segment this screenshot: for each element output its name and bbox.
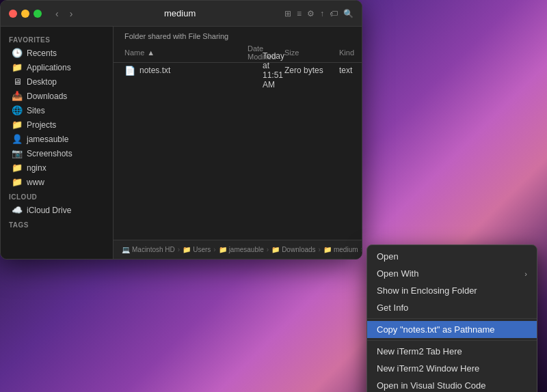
sidebar-item-desktop[interactable]: 🖥 Desktop [3,74,110,89]
column-headers: Name ▲ Date Modified Size Kind [114,43,362,63]
view-list-icon[interactable]: ≡ [297,9,302,18]
sidebar-item-icloud-drive[interactable]: ☁️ iCloud Drive [3,203,110,217]
sidebar-item-projects[interactable]: 📁 Projects [3,117,110,132]
recents-label: Recents [27,48,57,58]
menu-open-label: Open [377,251,399,262]
sidebar-item-sites[interactable]: 🌐 Sites [3,103,110,117]
downloads-folder-icon: 📁 [271,246,280,253]
users-folder-icon: 📁 [183,246,191,253]
back-button[interactable]: ‹ [53,7,62,20]
file-icon: 📄 [124,66,135,76]
forward-button[interactable]: › [67,7,76,20]
menu-get-info-label: Get Info [377,303,408,313]
downloads-icon: 📥 [12,91,23,101]
icloud-section-label: iCloud [1,189,113,203]
screenshots-label: Screenshots [27,149,72,158]
jamesauble-label: jamesauble [27,135,68,144]
tag-icon[interactable]: 🏷 [330,9,338,18]
sidebar-item-recents[interactable]: 🕒 Recents [3,46,110,60]
window-title: medium [164,8,196,18]
applications-label: Applications [27,63,71,72]
desktop-label: Desktop [27,77,57,87]
medium-label: medium [334,246,358,253]
nginx-icon: 📁 [12,163,23,173]
menu-separator-2 [367,340,537,341]
menu-open-with-label: Open With [377,268,418,279]
menu-item-new-iterm2-tab[interactable]: New iTerm2 Tab Here [367,343,537,360]
menu-item-copy-pathname[interactable]: Copy "notes.txt" as Pathname [367,321,537,338]
sep3: › [267,246,269,253]
menu-copy-pathname-label: Copy "notes.txt" as Pathname [377,324,495,335]
screenshots-icon: 📷 [12,148,23,158]
hd-icon: 💻 [122,246,130,253]
close-button[interactable] [9,10,17,18]
context-menu: Open Open With › Show in Enclosing Folde… [366,244,537,392]
sep5: › [361,246,362,253]
hd-label: Macintosh HD [132,246,175,253]
sep2: › [213,246,215,253]
user-folder-icon: 📁 [219,246,227,253]
menu-open-vscode-label: Open in Visual Studio Code [377,380,485,391]
sep1: › [178,246,180,253]
finder-content: Favorites 🕒 Recents 📁 Applications 🖥 Des… [1,27,362,259]
finder-window: ‹ › medium ⊞ ≡ ⚙ ↑ 🏷 🔍 Favorites 🕒 Recen… [0,0,362,260]
menu-item-get-info[interactable]: Get Info [367,299,537,316]
search-icon[interactable]: 🔍 [343,9,353,18]
submenu-arrow-icon: › [524,270,527,278]
menu-item-open-with[interactable]: Open With › [367,265,537,282]
menu-item-open[interactable]: Open [367,248,537,265]
projects-label: Projects [27,120,56,130]
traffic-lights [9,10,42,18]
sidebar-item-nginx[interactable]: 📁 nginx [3,160,110,175]
breadcrumb-medium[interactable]: 📁 medium [323,246,358,253]
sidebar-item-downloads[interactable]: 📥 Downloads [3,89,110,103]
maximize-button[interactable] [34,10,42,18]
breadcrumb-downloads[interactable]: 📁 Downloads [271,246,315,253]
sidebar-item-www[interactable]: 📁 www [3,175,110,189]
users-label: Users [193,246,211,253]
medium-folder-icon: 📁 [323,246,332,253]
table-row[interactable]: 📄 notes.txt Today at 11:51 AM Zero bytes… [114,63,362,78]
menu-item-open-vscode[interactable]: Open in Visual Studio Code [367,377,537,392]
breadcrumb-hd[interactable]: 💻 Macintosh HD [122,246,175,253]
breadcrumb-users[interactable]: 📁 Users [183,246,211,253]
recents-icon: 🕒 [12,48,23,58]
menu-item-show-enclosing[interactable]: Show in Enclosing Folder [367,282,537,299]
sep4: › [319,246,321,253]
minimize-button[interactable] [21,10,29,18]
sidebar-item-applications[interactable]: 📁 Applications [3,60,110,74]
menu-new-iterm2-tab-label: New iTerm2 Tab Here [377,346,462,356]
file-name: notes.txt [139,66,263,75]
icloud-drive-label: iCloud Drive [27,206,71,215]
name-column-header[interactable]: Name ▲ [124,48,248,57]
sidebar-item-jamesauble[interactable]: 👤 jamesauble [3,132,110,146]
tags-section-label: Tags [1,217,113,231]
favorites-section-label: Favorites [1,32,113,46]
toolbar-icons: ⊞ ≡ ⚙ ↑ 🏷 🔍 [284,9,353,18]
menu-new-iterm2-window-label: New iTerm2 Window Here [377,363,479,374]
sidebar: Favorites 🕒 Recents 📁 Applications 🖥 Des… [1,27,114,259]
menu-show-enclosing-label: Show in Enclosing Folder [377,285,477,296]
status-bar: 💻 Macintosh HD › 📁 Users › 📁 jamesauble … [114,240,362,259]
kind-column-header[interactable]: Kind [339,48,362,57]
breadcrumb-user[interactable]: 📁 jamesauble [219,246,264,253]
downloads-label: Downloads [27,92,67,101]
user-label: jamesauble [229,246,264,253]
applications-icon: 📁 [12,62,23,72]
nginx-label: nginx [27,163,46,173]
size-column-header[interactable]: Size [284,48,339,57]
sidebar-item-screenshots[interactable]: 📷 Screenshots [3,146,110,160]
icloud-icon: ☁️ [12,205,23,215]
file-area: Folder shared with File Sharing Name ▲ D… [114,27,362,259]
action-icon[interactable]: ⚙ [307,9,315,18]
user-icon: 👤 [12,134,23,144]
downloads-bc-label: Downloads [282,246,315,253]
sites-label: Sites [27,106,45,115]
folder-shared-header: Folder shared with File Sharing [114,27,362,43]
file-size: Zero bytes [284,66,339,75]
www-icon: 📁 [12,177,23,187]
menu-item-new-iterm2-window[interactable]: New iTerm2 Window Here [367,360,537,377]
share-icon[interactable]: ↑ [320,9,324,18]
www-label: www [27,178,44,187]
view-grid-icon[interactable]: ⊞ [284,9,291,18]
